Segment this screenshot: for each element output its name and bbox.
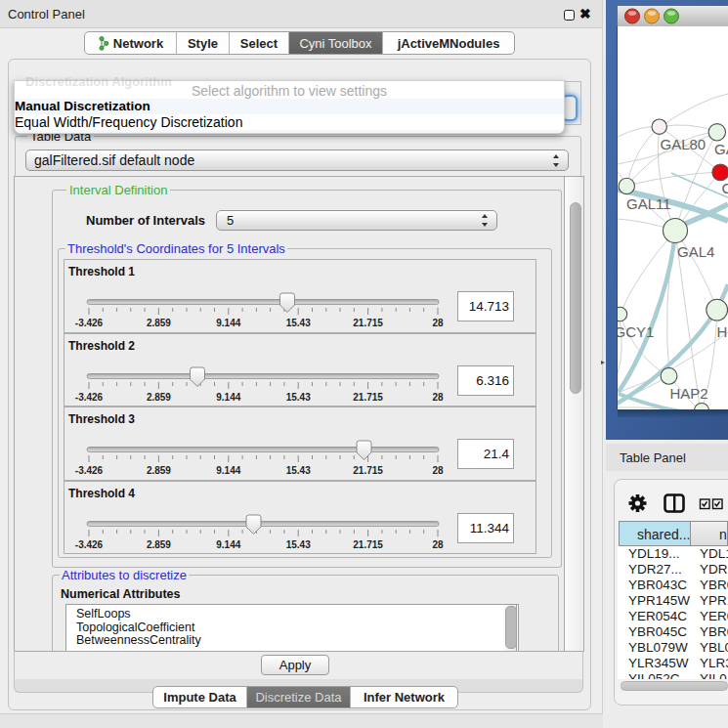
svg-text:-3.426: -3.426 [75, 392, 104, 403]
svg-text:15.43: 15.43 [286, 318, 311, 328]
svg-text:GCY1: GCY1 [618, 323, 654, 340]
svg-text:15.43: 15.43 [286, 392, 311, 403]
svg-text:9.144: 9.144 [216, 318, 240, 328]
svg-text:HAP2: HAP2 [670, 385, 708, 402]
svg-text:GAL7: GAL7 [714, 141, 728, 157]
svg-text:9.144: 9.144 [216, 539, 240, 550]
svg-text:2.859: 2.859 [147, 539, 171, 550]
svg-text:CRP: CRP [722, 180, 728, 196]
svg-text:21.715: 21.715 [353, 318, 383, 328]
svg-text:GAL11: GAL11 [626, 195, 671, 212]
svg-text:28: 28 [432, 539, 444, 550]
svg-text:-3.426: -3.426 [75, 539, 104, 550]
svg-text:HIS: HIS [717, 323, 728, 340]
svg-text:9.144: 9.144 [216, 392, 240, 403]
svg-text:28: 28 [432, 318, 444, 328]
svg-text:28: 28 [432, 465, 444, 476]
svg-text:2.859: 2.859 [147, 318, 171, 328]
svg-text:15.43: 15.43 [286, 539, 311, 550]
svg-text:15.43: 15.43 [286, 465, 311, 476]
svg-text:GAL80: GAL80 [661, 136, 707, 152]
svg-text:21.715: 21.715 [353, 392, 383, 403]
svg-text:-3.426: -3.426 [75, 465, 104, 476]
svg-text:GAL4: GAL4 [677, 243, 714, 260]
svg-text:2.859: 2.859 [147, 465, 171, 476]
svg-text:9.144: 9.144 [216, 465, 240, 476]
svg-text:21.715: 21.715 [353, 539, 383, 550]
svg-text:21.715: 21.715 [353, 465, 383, 476]
svg-text:28: 28 [432, 392, 444, 403]
svg-text:2.859: 2.859 [147, 392, 171, 403]
svg-text:-3.426: -3.426 [75, 318, 104, 328]
